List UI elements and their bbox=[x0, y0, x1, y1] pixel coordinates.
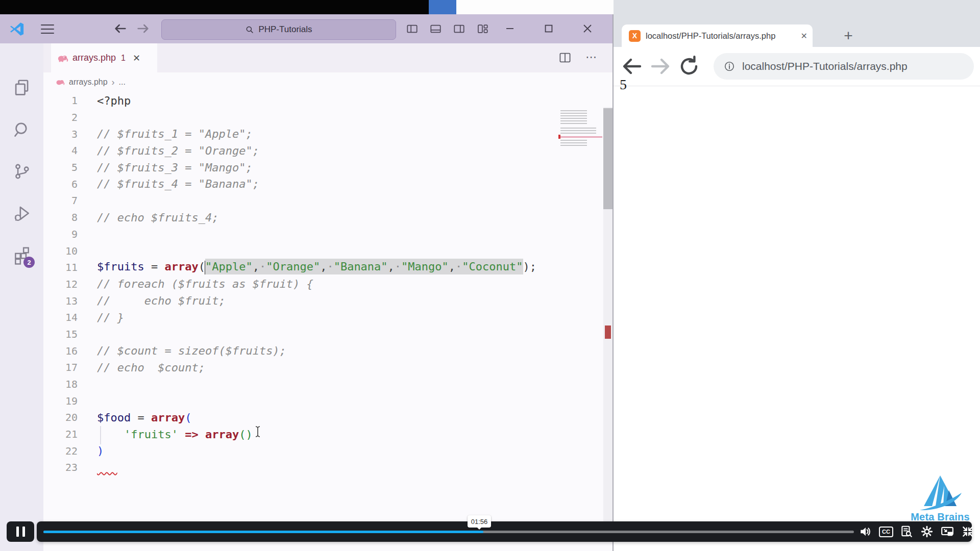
url-text[interactable]: localhost/PHP-Tutorials/arrays.php bbox=[742, 60, 908, 72]
forward-arrow-icon[interactable] bbox=[136, 21, 150, 36]
code-line[interactable]: 6// $fruits_4 = "Banana"; bbox=[0, 176, 560, 192]
new-tab-button[interactable]: + bbox=[838, 26, 859, 46]
minimap[interactable] bbox=[558, 109, 602, 165]
code-line[interactable]: 9 bbox=[0, 226, 560, 243]
tab-arrays-php[interactable]: arrays.php 1 ✕ bbox=[51, 43, 157, 72]
browser-tab-close-icon[interactable]: ✕ bbox=[801, 31, 807, 41]
picture-in-picture-icon[interactable] bbox=[940, 524, 954, 539]
transcript-icon[interactable] bbox=[899, 524, 914, 539]
toggle-panel-icon[interactable] bbox=[430, 23, 442, 35]
code-line[interactable]: 10 bbox=[0, 242, 560, 259]
code-line[interactable]: 5// $fruits_3 = "Mango"; bbox=[0, 159, 560, 176]
line-number: 21 bbox=[0, 428, 78, 440]
vscode-window: PHP-Tutorials bbox=[0, 14, 614, 551]
closed-captions-icon[interactable]: CC bbox=[879, 524, 893, 539]
progress-played bbox=[43, 531, 483, 533]
minimap-code-block bbox=[560, 128, 596, 134]
code-line[interactable]: 14// } bbox=[0, 309, 560, 326]
line-number: 4 bbox=[0, 144, 78, 157]
menu-icon[interactable] bbox=[41, 24, 54, 34]
scrollbar-thumb[interactable] bbox=[603, 108, 612, 209]
xampp-favicon: X bbox=[629, 30, 641, 42]
page-output: 5 bbox=[620, 77, 627, 93]
close-window-icon[interactable] bbox=[580, 21, 595, 36]
code-line[interactable]: 8// echo $fruits_4; bbox=[0, 209, 560, 226]
code-text: // echo $fruits_4; bbox=[97, 211, 218, 224]
tab-close-icon[interactable]: ✕ bbox=[133, 53, 140, 64]
line-number: 7 bbox=[0, 194, 78, 207]
minimap-selection-highlight bbox=[558, 136, 602, 138]
pause-button[interactable] bbox=[7, 521, 34, 542]
player-bar bbox=[37, 521, 972, 542]
toggle-sidebar-icon[interactable] bbox=[406, 23, 418, 35]
volume-icon[interactable] bbox=[859, 524, 873, 539]
browser-reload-icon[interactable] bbox=[677, 54, 701, 79]
code-text: // } bbox=[97, 311, 124, 324]
browser-tab-strip: X localhost/PHP-Tutorials/arrays.php ✕ + bbox=[614, 0, 980, 47]
time-tooltip: 01:56 bbox=[468, 515, 491, 528]
code-line[interactable]: 21 'fruits' => array() bbox=[0, 426, 560, 443]
maximize-icon[interactable] bbox=[542, 21, 556, 36]
tab-label: arrays.php bbox=[72, 53, 116, 63]
more-actions-icon[interactable]: ⋯ bbox=[585, 52, 597, 64]
code-line[interactable]: 22) bbox=[0, 442, 560, 459]
code-line[interactable]: 19 bbox=[0, 392, 560, 409]
browser-back-icon[interactable] bbox=[620, 54, 644, 79]
code-line[interactable]: 17// echo $count; bbox=[0, 359, 560, 376]
line-number: 23 bbox=[0, 461, 78, 473]
toggle-secondary-sidebar-icon[interactable] bbox=[453, 23, 465, 35]
url-bar[interactable]: localhost/PHP-Tutorials/arrays.php bbox=[714, 53, 974, 80]
meta-brains-logo: Meta Brains bbox=[908, 474, 974, 525]
back-arrow-icon[interactable] bbox=[113, 21, 128, 36]
customize-layout-icon[interactable] bbox=[477, 23, 488, 35]
line-number: 2 bbox=[0, 111, 78, 123]
code-line[interactable]: 1<?php bbox=[0, 92, 560, 109]
search-icon bbox=[245, 25, 254, 34]
progress-bar[interactable] bbox=[43, 531, 854, 533]
page-info-icon[interactable] bbox=[724, 61, 735, 72]
breadcrumb-file[interactable]: arrays.php bbox=[69, 78, 108, 87]
breadcrumb-separator-icon: › bbox=[112, 77, 115, 88]
code-line[interactable]: 7 bbox=[0, 192, 560, 209]
code-text: // echo $fruit; bbox=[97, 294, 226, 307]
top-strip-blue-fragment bbox=[429, 0, 456, 14]
browser-tab[interactable]: X localhost/PHP-Tutorials/arrays.php ✕ bbox=[622, 24, 813, 47]
search-box[interactable]: PHP-Tutorials bbox=[161, 19, 396, 40]
line-number: 14 bbox=[0, 311, 78, 323]
line-number: 20 bbox=[0, 411, 78, 423]
code-line[interactable]: 16// $count = sizeof($fruits); bbox=[0, 342, 560, 359]
split-editor-icon[interactable] bbox=[559, 52, 571, 64]
line-number: 17 bbox=[0, 361, 78, 373]
code-text: // $fruits_3 = "Mango"; bbox=[97, 161, 253, 174]
code-line[interactable]: 2 bbox=[0, 109, 560, 126]
code-line[interactable]: 11$fruits = array("Apple",·"Orange",·"Ba… bbox=[0, 259, 560, 276]
line-number: 1 bbox=[0, 94, 78, 107]
minimize-icon[interactable] bbox=[503, 21, 517, 36]
browser-forward-icon[interactable] bbox=[648, 54, 673, 79]
code-line[interactable]: 18 bbox=[0, 376, 560, 393]
code-text: // foreach ($fruits as $fruit) { bbox=[97, 278, 313, 290]
minimap-code-block bbox=[560, 110, 587, 126]
exit-fullscreen-icon[interactable] bbox=[961, 524, 975, 539]
code-text: // $fruits_4 = "Banana"; bbox=[97, 178, 259, 190]
line-number: 8 bbox=[0, 211, 78, 223]
settings-gear-icon[interactable] bbox=[920, 524, 934, 539]
code-line[interactable]: 20$food = array( bbox=[0, 409, 560, 426]
code-text: // echo $count; bbox=[97, 361, 205, 374]
error-squiggle bbox=[97, 461, 117, 474]
code-line[interactable]: 15 bbox=[0, 326, 560, 343]
code-text: // $count = sizeof($fruits); bbox=[97, 344, 286, 357]
editor-tab-bar: arrays.php 1 ✕ ⋯ bbox=[43, 43, 614, 72]
code-line[interactable]: 3// $fruits_1 = "Apple"; bbox=[0, 126, 560, 142]
code-line[interactable]: 4// $fruits_2 = "Orange"; bbox=[0, 142, 560, 159]
code-line[interactable]: 12// foreach ($fruits as $fruit) { bbox=[0, 276, 560, 293]
editor-scrollbar[interactable] bbox=[603, 107, 612, 535]
breadcrumb-more[interactable]: ... bbox=[119, 78, 126, 87]
breadcrumb[interactable]: arrays.php › ... bbox=[43, 72, 614, 92]
line-number: 6 bbox=[0, 178, 78, 190]
line-number: 12 bbox=[0, 278, 78, 290]
code-line[interactable]: 13// echo $fruit; bbox=[0, 292, 560, 309]
code-line[interactable]: 23 bbox=[0, 459, 560, 476]
line-number: 5 bbox=[0, 161, 78, 173]
layout-controls bbox=[406, 23, 488, 35]
